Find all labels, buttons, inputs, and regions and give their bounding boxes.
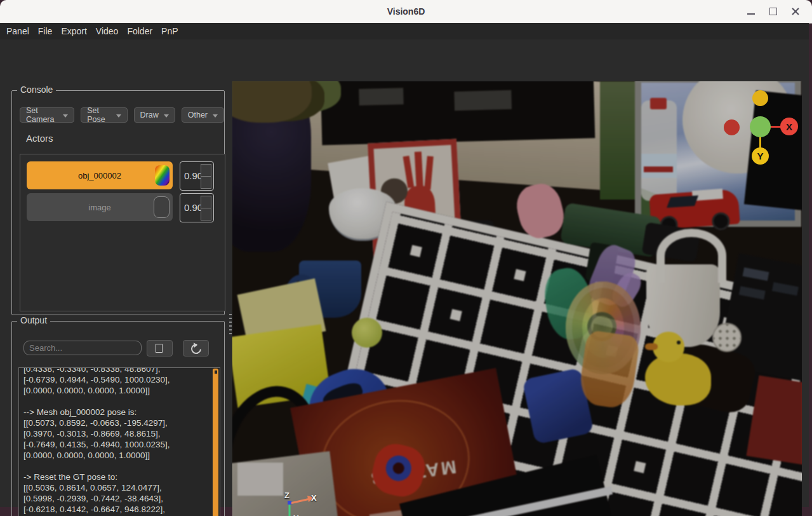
set-pose-dropdown[interactable]: Set Pose <box>81 107 127 123</box>
actor-name: obj_000002 <box>78 171 121 180</box>
menu-folder[interactable]: Folder <box>123 23 157 39</box>
log-line: [0.3970, -0.3013, -0.8669, 48.8615], <box>23 428 210 439</box>
spin-down-icon[interactable] <box>201 176 211 189</box>
scene-viewport[interactable]: MATLAB <box>232 81 802 516</box>
chevron-down-icon <box>213 114 218 118</box>
gizmo-y-handle[interactable]: Y <box>752 147 769 165</box>
log-line: [-0.7649, 0.4135, -0.4940, 1000.0235], <box>23 439 210 450</box>
set-camera-label: Set Camera <box>26 106 58 124</box>
opacity-spinner-obj-000002[interactable]: 0.90 <box>180 161 214 191</box>
menu-panel[interactable]: Panel <box>2 23 34 39</box>
search-input[interactable] <box>23 341 142 355</box>
scrollbar-thumb[interactable] <box>213 369 218 516</box>
gizmo-y-label: Y <box>757 151 763 161</box>
log-line: --> Mesh obj_000002 pose is: <box>23 407 210 418</box>
gizmo-yellow-ball[interactable] <box>752 90 768 106</box>
output-group-title: Output <box>17 315 50 325</box>
log-line: [[0.5036, 0.8614, 0.0657, 124.0477], <box>23 482 210 493</box>
actor-item-image[interactable]: image <box>27 193 173 221</box>
log-line: [-0.6218, 0.4142, -0.6647, 946.8222], <box>23 504 210 515</box>
draw-dropdown[interactable]: Draw <box>134 107 175 123</box>
gizmo-x-label: X <box>786 121 792 132</box>
chevron-down-icon <box>164 114 169 118</box>
set-pose-label: Set Pose <box>87 106 110 124</box>
gizmo-center-ball[interactable] <box>750 116 771 137</box>
log-line <box>23 396 210 407</box>
other-dropdown[interactable]: Other <box>182 107 224 123</box>
log-line: [0.0000, 0.0000, 0.0000, 1.0000]] <box>23 385 210 396</box>
axis-y-label: Y <box>293 513 299 516</box>
output-log-text: [0.4338, -0.3340, -0.8338, 48.8607], [-0… <box>23 367 210 516</box>
copy-button[interactable] <box>147 340 173 356</box>
actors-list: obj_000002 0.90 image 0.90 <box>20 154 225 311</box>
spin-up-icon[interactable] <box>201 164 211 177</box>
menu-file[interactable]: File <box>34 23 57 39</box>
console-group-title: Console <box>17 85 56 95</box>
window-title: Vision6D <box>0 0 812 23</box>
maximize-icon[interactable] <box>767 5 780 18</box>
menu-video[interactable]: Video <box>91 23 123 39</box>
actors-label: Actors <box>26 133 53 144</box>
gizmo-red-ball[interactable] <box>724 119 740 135</box>
refresh-button[interactable] <box>183 340 209 356</box>
axis-x-label: X <box>311 493 317 503</box>
main-area: Console Set Camera Set Pose Draw Other <box>0 39 809 507</box>
copy-icon <box>156 344 163 353</box>
log-line: [0.4338, -0.3340, -0.8338, 48.8607], <box>23 367 210 374</box>
set-camera-dropdown[interactable]: Set Camera <box>20 107 74 123</box>
other-label: Other <box>188 111 208 119</box>
gizmo-x-handle[interactable]: X <box>780 118 798 135</box>
actor-item-obj-000002[interactable]: obj_000002 <box>27 161 173 189</box>
output-group: Output [0.4338, -0.3340, -0.8338, 48.860… <box>11 321 225 516</box>
draw-label: Draw <box>140 111 159 119</box>
log-line: -> Reset the GT pose to: <box>23 472 210 482</box>
spin-down-icon[interactable] <box>201 208 211 221</box>
chevron-down-icon <box>63 114 68 118</box>
minimize-icon[interactable] <box>745 5 757 18</box>
menubar: Panel File Export Video Folder PnP <box>0 23 809 39</box>
output-log[interactable]: [0.4338, -0.3340, -0.8338, 48.8607], [-0… <box>18 367 220 516</box>
log-line <box>23 461 210 472</box>
color-swatch-rainbow[interactable] <box>155 165 170 186</box>
log-line: [-0.6739, 0.4944, -0.5490, 1000.0230], <box>23 374 210 385</box>
chevron-down-icon <box>116 114 121 118</box>
axis-z-label: Z <box>284 491 290 500</box>
menu-pnp[interactable]: PnP <box>157 23 182 39</box>
log-line: [0.5998, -0.2939, -0.7442, -38.4643], <box>23 493 210 504</box>
titlebar: Vision6D <box>0 0 812 24</box>
menu-export[interactable]: Export <box>57 23 91 39</box>
orientation-axes-widget: Z X Y <box>264 477 321 516</box>
spin-up-icon[interactable] <box>201 196 211 208</box>
vision6d-window: Vision6D Panel File Export Video Folder … <box>0 0 812 516</box>
refresh-icon <box>189 342 204 356</box>
opacity-value: 0.90 <box>184 162 203 190</box>
image-dim-overlay <box>232 81 802 516</box>
opacity-value: 0.90 <box>184 194 203 222</box>
console-group: Console Set Camera Set Pose Draw Other <box>11 90 225 315</box>
log-line: [[0.5073, 0.8592, -0.0663, -195.4297], <box>23 418 210 428</box>
panel-splitter-handle[interactable] <box>229 311 232 334</box>
color-swatch-empty[interactable] <box>154 196 170 218</box>
console-toolbar: Set Camera Set Pose Draw Other <box>20 107 224 123</box>
output-scrollbar[interactable] <box>212 369 219 516</box>
opacity-spinner-image[interactable]: 0.90 <box>180 193 214 222</box>
camera-image: MATLAB <box>232 81 802 516</box>
actor-name: image <box>88 203 110 212</box>
close-icon[interactable] <box>789 5 802 18</box>
log-line: [0.0000, 0.0000, 0.0000, 1.0000]] <box>23 450 210 461</box>
